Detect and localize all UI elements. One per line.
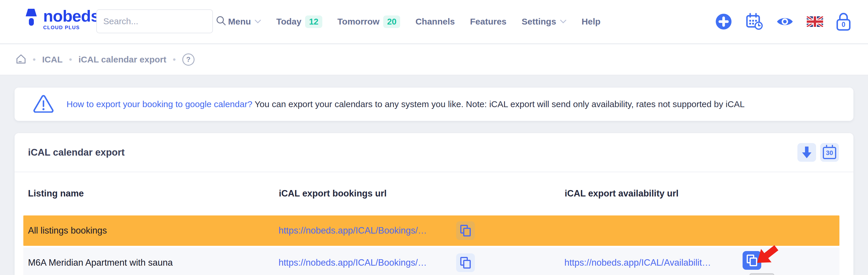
download-arrow-icon: [801, 146, 813, 159]
breadcrumb-item-ical[interactable]: ICAL: [42, 55, 63, 64]
nav-item-tomorrow[interactable]: Tomorrow 20: [337, 16, 400, 28]
banner-help-link[interactable]: How to export your booking to google cal…: [66, 99, 252, 109]
calendar-30-icon: 30: [823, 147, 836, 159]
brand-tagline: CLOUD PLUS: [43, 25, 99, 31]
brand-logo-icon: [25, 8, 39, 30]
copy-icon: [746, 254, 758, 267]
nav-item-features[interactable]: Features: [470, 17, 506, 27]
search-input[interactable]: [103, 16, 216, 26]
language-flag-icon[interactable]: [807, 16, 823, 27]
nav-item-today-label: Today: [276, 17, 301, 27]
table-row-all-listings: All listings bookings https://nobeds.app…: [23, 216, 839, 246]
top-navbar: nobeds CLOUD PLUS Menu Today 12 Tomor: [0, 0, 868, 44]
nav-item-channels[interactable]: Channels: [415, 17, 455, 27]
nav-item-today[interactable]: Today 12: [276, 16, 322, 28]
ical-export-card: iCAL calendar export 30 Listing name iCA…: [14, 133, 854, 275]
copy-icon: [460, 224, 471, 237]
copy-availability-url-button[interactable]: [743, 251, 761, 270]
navbar-action-icons: 0: [715, 0, 850, 43]
column-header-listing-name: Listing name: [28, 188, 84, 199]
warning-triangle-icon: [33, 94, 54, 114]
bookings-url-link[interactable]: https://nobeds.app/ICAL/Bookings/…: [279, 257, 427, 268]
download-button[interactable]: [798, 143, 816, 162]
lock-icon[interactable]: 0: [837, 13, 850, 31]
lock-shackle: [839, 13, 848, 20]
chevron-down-icon: [560, 20, 566, 24]
nav-item-tomorrow-label: Tomorrow: [337, 17, 379, 27]
nav-item-channels-label: Channels: [415, 17, 455, 27]
nav-item-features-label: Features: [470, 17, 506, 27]
availability-url-link[interactable]: https://nobeds.app/ICAL/Availabilit…: [564, 257, 711, 268]
copy-icon: [460, 256, 471, 269]
listing-name: M6A Meridian Apartment with sauna: [28, 257, 173, 268]
chevron-down-icon: [255, 20, 261, 24]
listing-name: All listings bookings: [28, 225, 107, 236]
table-header-row: Listing name iCAL export bookings url iC…: [14, 172, 854, 215]
lock-body: 0: [837, 19, 850, 31]
today-count-badge: 12: [305, 16, 322, 28]
nav-item-menu-label: Menu: [228, 17, 251, 27]
breadcrumb-separator: •: [173, 55, 176, 64]
tooltip-stub: [749, 273, 774, 275]
add-new-button[interactable]: [715, 13, 732, 30]
search-box: [96, 9, 213, 33]
card-title: iCAL calendar export: [28, 147, 125, 158]
banner-body-text: You can export your calendars to any sys…: [255, 99, 745, 109]
nav-item-settings-label: Settings: [522, 17, 556, 27]
breadcrumb-separator: •: [33, 55, 36, 64]
brand-name: nobeds: [43, 8, 99, 24]
main-nav: Menu Today 12 Tomorrow 20 Channels Featu…: [228, 0, 600, 43]
copy-bookings-url-button[interactable]: [456, 253, 475, 272]
breadcrumb-item-ical-calendar-export[interactable]: iCAL calendar export: [79, 55, 166, 64]
breadcrumb-help-icon[interactable]: ?: [182, 53, 194, 66]
nav-item-menu[interactable]: Menu: [228, 17, 261, 27]
banner-text: How to export your booking to google cal…: [66, 99, 745, 109]
copy-bookings-url-button[interactable]: [456, 221, 475, 240]
breadcrumb-separator: •: [69, 55, 72, 64]
page: nobeds CLOUD PLUS Menu Today 12 Tomor: [0, 0, 868, 275]
lock-count: 0: [842, 21, 845, 29]
column-header-availability-url: iCAL export availability url: [565, 188, 678, 199]
card-actions: 30: [798, 143, 839, 162]
search-icon[interactable]: [216, 16, 226, 27]
column-header-bookings-url: iCAL export bookings url: [279, 188, 387, 199]
breadcrumb: • ICAL • iCAL calendar export • ?: [0, 45, 868, 75]
calendar-30-button[interactable]: 30: [820, 143, 839, 162]
nav-item-help-label: Help: [582, 17, 600, 27]
tomorrow-count-badge: 20: [383, 16, 400, 28]
card-header: iCAL calendar export 30: [14, 133, 854, 172]
table-row-m6a-meridian: M6A Meridian Apartment with sauna https:…: [23, 248, 839, 275]
eye-preview-icon[interactable]: [776, 16, 793, 27]
brand-logo[interactable]: nobeds CLOUD PLUS: [25, 8, 99, 31]
info-banner: How to export your booking to google cal…: [14, 88, 854, 121]
nav-item-settings[interactable]: Settings: [522, 17, 566, 27]
calendar-clock-icon[interactable]: [745, 13, 763, 30]
nav-item-help[interactable]: Help: [582, 17, 600, 27]
home-icon[interactable]: [16, 54, 26, 65]
calendar-30-label: 30: [826, 149, 833, 157]
bookings-url-link[interactable]: https://nobeds.app/ICAL/Bookings/…: [279, 225, 427, 236]
